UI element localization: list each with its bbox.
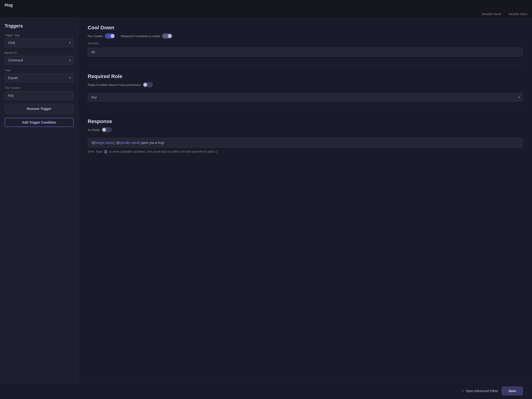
top-bar: Variable Name Variable Value bbox=[0, 10, 532, 18]
content-input[interactable] bbox=[5, 91, 74, 100]
page-title: Hug bbox=[0, 0, 532, 10]
variable-name-header: Variable Name bbox=[482, 12, 501, 16]
response-plain-2: , @ bbox=[114, 141, 119, 145]
content-area: Cool Down Per Chatter Respond if cooldow… bbox=[78, 18, 532, 383]
required-role-select[interactable]: Any Subscriber VIP Moderator Broadcaster bbox=[88, 93, 523, 101]
response-title: Response bbox=[88, 119, 523, 124]
response-plain-3: gave you a hug! bbox=[140, 141, 165, 145]
required-role-section: Required Role Reply if chatter doesn't h… bbox=[88, 73, 523, 101]
trigger-type-group: Trigger Type Chat Command Keyword Timer bbox=[5, 34, 74, 47]
response-variable-sender: {sender.name} bbox=[119, 141, 140, 145]
that-label: That bbox=[5, 69, 74, 72]
as-reply-toggle-group: As Reply bbox=[88, 127, 112, 132]
response-variable-target: {target.name} bbox=[95, 141, 114, 145]
hint-badge: { bbox=[104, 150, 108, 153]
hint-row: (Hint: Type { to show available variable… bbox=[88, 150, 523, 153]
sidebar: Triggers Trigger Type Chat Command Keywo… bbox=[0, 18, 78, 383]
seconds-input[interactable] bbox=[88, 48, 523, 57]
as-reply-label: As Reply bbox=[88, 128, 100, 132]
that-select[interactable]: Equals Contains Starts With Ends With bbox=[5, 73, 74, 82]
seconds-label: Seconds bbox=[88, 42, 523, 45]
per-chatter-label: Per Chatter bbox=[88, 34, 103, 38]
respond-cooldown-toggle[interactable] bbox=[162, 33, 172, 38]
remove-trigger-button[interactable]: Remove Trigger bbox=[5, 104, 74, 114]
content-group: The Content bbox=[5, 86, 74, 100]
response-text-input[interactable]: @{target.name}, @{sender.name} gave you … bbox=[88, 138, 523, 147]
based-on-label: Based On bbox=[5, 51, 74, 55]
footer-bar: ↗ Open Advanced Editor Save bbox=[0, 383, 532, 399]
that-group: That Equals Contains Starts With Ends Wi… bbox=[5, 69, 74, 82]
triggers-title: Triggers bbox=[5, 23, 74, 29]
trigger-type-label: Trigger Type bbox=[5, 34, 74, 37]
based-on-group: Based On Command Message Event bbox=[5, 51, 74, 65]
variable-value-header: Variable Value bbox=[508, 12, 527, 16]
add-trigger-condition-button[interactable]: Add Trigger Condition bbox=[5, 118, 74, 127]
required-role-title: Required Role bbox=[88, 73, 523, 79]
respond-cooldown-toggle-group: Respond if cooldown is active bbox=[120, 33, 172, 38]
reply-permission-toggle-group: Reply if chatter doesn't have permission bbox=[88, 82, 153, 87]
open-advanced-editor-button[interactable]: ↗ Open Advanced Editor bbox=[461, 389, 498, 393]
cool-down-section: Cool Down Per Chatter Respond if cooldow… bbox=[88, 25, 523, 57]
per-chatter-toggle-group: Per Chatter bbox=[88, 33, 115, 38]
response-plain-1: @ bbox=[92, 141, 95, 145]
respond-cooldown-label: Respond if cooldown is active bbox=[120, 34, 160, 38]
based-on-select[interactable]: Command Message Event bbox=[5, 56, 74, 65]
per-chatter-toggle[interactable] bbox=[105, 33, 115, 38]
hint-text-after: to show available variables. Use arrow k… bbox=[108, 150, 217, 153]
reply-permission-label: Reply if chatter doesn't have permission bbox=[88, 83, 141, 87]
content-label: The Content bbox=[5, 86, 74, 90]
as-reply-toggle[interactable] bbox=[101, 127, 112, 132]
trigger-type-select[interactable]: Chat Command Keyword Timer bbox=[5, 38, 74, 47]
hint-text-before: (Hint: Type bbox=[88, 150, 103, 153]
open-editor-label: Open Advanced Editor bbox=[466, 389, 498, 393]
save-button[interactable]: Save bbox=[502, 386, 523, 395]
cool-down-title: Cool Down bbox=[88, 25, 523, 31]
reply-permission-toggle[interactable] bbox=[143, 82, 153, 87]
response-section: Response As Reply @{target.name}, @{send… bbox=[88, 119, 523, 153]
external-link-icon: ↗ bbox=[461, 389, 464, 393]
